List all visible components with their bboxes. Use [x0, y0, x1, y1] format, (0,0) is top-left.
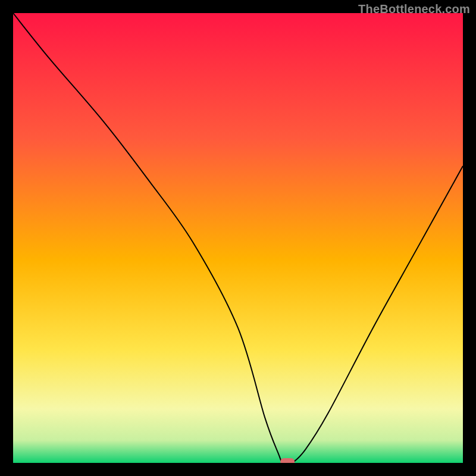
optimal-marker: [280, 458, 295, 463]
chart-frame: TheBottleneck.com: [0, 0, 476, 476]
plot-area: [13, 13, 463, 463]
bottleneck-chart-svg: [13, 13, 463, 463]
gradient-background: [13, 13, 463, 463]
watermark-text: TheBottleneck.com: [358, 2, 470, 16]
